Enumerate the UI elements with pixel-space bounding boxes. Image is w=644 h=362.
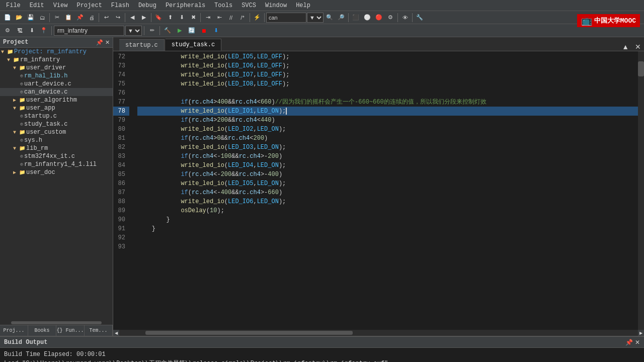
tree-rm-infantry[interactable]: ▼ 📁 rm_infantry	[0, 56, 113, 64]
vertical-scrollbar[interactable]	[638, 51, 644, 330]
sidebar-tab-proj[interactable]: Proj...	[0, 325, 28, 336]
tree-rm-infantry-lib[interactable]: ⊕ rm_infantry1_4_1.lil	[0, 160, 113, 168]
indent-btn[interactable]: ⇥	[202, 12, 213, 23]
sidebar-tab-books[interactable]: Books	[28, 325, 56, 336]
tree-user-custom[interactable]: ▼ 📁 user_custom	[0, 128, 113, 136]
menu-view[interactable]: View	[49, 1, 72, 10]
tree-stm32[interactable]: ⊕ stm32f4xx_it.c	[0, 152, 113, 160]
menu-window[interactable]: Window	[261, 1, 291, 10]
undo-btn[interactable]: ↩	[101, 12, 112, 23]
tab-startup[interactable]: startup.c	[119, 39, 165, 51]
comment-btn[interactable]: //	[225, 12, 236, 23]
sidebar-pin-btn[interactable]: 📌	[96, 39, 103, 46]
search-input[interactable]	[266, 13, 306, 23]
open-map-btn[interactable]: 📍	[38, 25, 49, 36]
download-btn[interactable]: ⬇	[26, 25, 37, 36]
manage-target-btn[interactable]: ✏	[146, 25, 157, 36]
tab-startup-label: startup.c	[125, 42, 158, 49]
build-btn[interactable]: ▶	[174, 25, 185, 36]
scrollbar-thumb-v[interactable]	[638, 61, 644, 76]
menu-tools[interactable]: Tools	[210, 1, 236, 10]
tree-user-driver[interactable]: ▼ 📁 user_driver	[0, 64, 113, 72]
ln-90: 90	[113, 215, 129, 224]
tab-scroll-up-btn[interactable]: ▲	[619, 43, 632, 51]
tree-study-task[interactable]: ⊕ study_task.c	[0, 120, 113, 128]
open-btn[interactable]: 📂	[14, 12, 25, 23]
copy-btn[interactable]: 📋	[63, 12, 74, 23]
debug-stop-btn[interactable]: ⬛	[350, 12, 361, 23]
uncomment-btn[interactable]: /*	[237, 12, 248, 23]
ln-93: 93	[113, 242, 129, 251]
tab-study-task-label: study_task.c	[172, 41, 215, 48]
tree-can[interactable]: ⊕ can_device.c	[0, 88, 113, 96]
clear-bookmarks-btn[interactable]: ✖	[188, 12, 199, 23]
debug-step-btn[interactable]: 🔴	[373, 12, 384, 23]
load-btn[interactable]: ⬇	[210, 25, 221, 36]
stop-btn[interactable]: ⏹	[198, 25, 209, 36]
tree-project-root[interactable]: ▼ 📁 Project: rm_infantry	[0, 48, 113, 56]
tree-user-alg[interactable]: ▶ 📁 user_algorithm	[0, 96, 113, 104]
redo-btn[interactable]: ↪	[112, 12, 123, 23]
new-file-btn[interactable]: 📄	[2, 12, 13, 23]
sidebar-close-btn[interactable]: ✕	[105, 39, 110, 46]
build-close-btn[interactable]: ✕	[635, 339, 640, 346]
menu-project[interactable]: Project	[72, 1, 106, 10]
next-bookmark-btn[interactable]: ⬇	[176, 12, 187, 23]
code-content[interactable]: write_led_io(LED_IO5,LED_OFF); write_led…	[133, 51, 638, 330]
close-editor-btn[interactable]: ✕	[632, 43, 644, 51]
target-dropdown[interactable]: ▼	[125, 26, 142, 36]
uart-label: uart_device.c	[24, 80, 71, 87]
save-btn[interactable]: 💾	[25, 12, 36, 23]
print-btn[interactable]: 🖨	[86, 12, 97, 23]
h-scrollbar[interactable]: ◀ ▶	[113, 330, 644, 336]
sidebar-tab-tem[interactable]: Tem...	[85, 325, 113, 336]
bookmark-btn[interactable]: 🔖	[153, 12, 164, 23]
menu-svcs[interactable]: SVCS	[237, 1, 260, 10]
forward-btn[interactable]: ▶	[138, 12, 149, 23]
flash-btn[interactable]: ⚡	[252, 12, 263, 23]
code-editor[interactable]: 72 73 74 75 76 77 78 79 80 81 82 83 84 8…	[113, 51, 638, 330]
prev-bookmark-btn[interactable]: ⬆	[165, 12, 176, 23]
cut-btn[interactable]: ✂	[51, 12, 62, 23]
menu-flash[interactable]: Flash	[107, 1, 133, 10]
translate-btn[interactable]: 🔄	[186, 25, 197, 36]
code-line-87: if(rc.ch4<-400&&rc.ch4>-660)	[137, 188, 638, 197]
tree-user-app[interactable]: ▼ 📁 user_app	[0, 104, 113, 112]
paste-btn[interactable]: 📌	[74, 12, 86, 23]
tree-startup[interactable]: ⊕ startup.c	[0, 112, 113, 120]
tree-lib-rm[interactable]: ▼ 📁 lib_rm	[0, 144, 113, 152]
config-btn[interactable]: ⚙	[2, 25, 13, 36]
find-replace-btn[interactable]: 🔎	[336, 12, 347, 23]
sidebar-tab-fun[interactable]: {} Fun...	[56, 325, 85, 336]
menu-file[interactable]: File	[2, 1, 25, 10]
debug-settings-btn[interactable]: ⚙	[385, 12, 396, 23]
find-btn[interactable]: 🔍	[324, 12, 335, 23]
menu-edit[interactable]: Edit	[26, 1, 48, 10]
code-line-90: }	[137, 215, 638, 224]
unindent-btn[interactable]: ⇤	[214, 12, 225, 23]
tree-sys[interactable]: ⊕ sys.h	[0, 136, 113, 144]
rebuild-btn[interactable]: 🔨	[162, 25, 173, 36]
build-pin-btn[interactable]: 📌	[625, 339, 633, 346]
target-name-input[interactable]	[54, 26, 124, 36]
view-btn[interactable]: 👁	[399, 12, 411, 23]
tools-btn[interactable]: 🔧	[414, 12, 425, 23]
build-target-btn[interactable]: 🏗	[14, 25, 25, 36]
save-all-btn[interactable]: 🗂	[37, 12, 48, 23]
code-line-81: if(rc.ch4>0 &&rc.ch4<200)	[137, 134, 638, 143]
scroll-left-btn[interactable]: ◀	[113, 330, 119, 336]
tree-user-doc[interactable]: ▶ 📁 user_doc	[0, 168, 113, 176]
menu-peripherals[interactable]: Peripherals	[162, 1, 209, 10]
tree-uart[interactable]: ⊕ uart_device.c	[0, 80, 113, 88]
menu-help[interactable]: Help	[292, 1, 314, 10]
sidebar-scroll[interactable]	[0, 321, 113, 325]
tab-bar: startup.c study_task.c ▲ ✕	[113, 37, 644, 51]
back-btn[interactable]: ◀	[127, 12, 138, 23]
tree-rm-hal[interactable]: ⊕ rm_hal_lib.h	[0, 72, 113, 80]
scroll-right-btn[interactable]: ▶	[638, 330, 644, 336]
tab-study-task[interactable]: study_task.c	[166, 39, 221, 51]
sys-icon: ⊕	[20, 137, 23, 143]
search-scope-dropdown[interactable]: ▼	[307, 13, 324, 23]
menu-debug[interactable]: Debug	[134, 1, 160, 10]
debug-run-btn[interactable]: ⚪	[362, 12, 373, 23]
